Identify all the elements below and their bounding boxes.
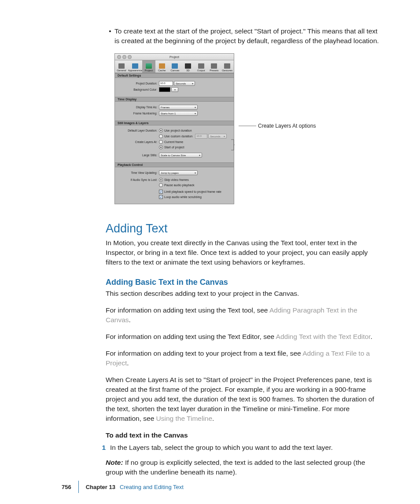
radio-skip-video bbox=[159, 178, 163, 182]
tab-project: Project bbox=[142, 60, 155, 73]
callout-leader-line bbox=[239, 125, 256, 126]
cache-icon bbox=[159, 63, 165, 69]
radio-use-project-duration bbox=[159, 129, 163, 132]
label-bg-color: Background Color: bbox=[118, 88, 159, 91]
bullet-item: • To create text at the start of the pro… bbox=[106, 26, 383, 45]
step-text: In the Layers tab, select the group to w… bbox=[110, 443, 383, 452]
color-swatch bbox=[159, 87, 170, 92]
tab-general: General bbox=[115, 60, 128, 73]
radio-current-frame bbox=[159, 140, 163, 144]
tab-output: Output bbox=[195, 60, 208, 73]
label-use-project: Use project duration bbox=[164, 129, 192, 132]
chapter-title: Creating and Editing Text bbox=[120, 484, 184, 490]
heading-adding-basic-text: Adding Basic Text in the Canvas bbox=[106, 278, 383, 287]
label-large-stills: Large Stills: bbox=[118, 154, 159, 157]
label-display-time: Display Time As: bbox=[118, 106, 159, 109]
section-body: Project Duration: 10.0 Seconds▾ Backgrou… bbox=[115, 78, 234, 97]
label-pause-audio: Pause audio playback bbox=[164, 184, 195, 187]
tab-cache: Cache bbox=[155, 60, 169, 73]
dropdown-duration-unit: Seconds▾ bbox=[174, 81, 195, 86]
window-titlebar: Project bbox=[115, 54, 234, 60]
step-number: 1 bbox=[97, 443, 110, 452]
tab-3d: 3D bbox=[181, 60, 195, 73]
footer-divider bbox=[78, 481, 79, 493]
paragraph-5: When Create Layers At is set to "Start o… bbox=[106, 375, 383, 423]
checkbox-limit-playback: ✓ bbox=[159, 190, 163, 194]
output-icon bbox=[198, 63, 204, 69]
step-1: 1 In the Layers tab, select the group to… bbox=[106, 443, 383, 452]
paragraph-3: For information on adding text using the… bbox=[106, 332, 383, 342]
bullet-text: To create text at the start of the proje… bbox=[114, 26, 383, 45]
note-label: Note: bbox=[106, 459, 123, 466]
task-heading: To add text in the Canvas bbox=[106, 430, 383, 440]
presets-icon bbox=[211, 63, 217, 69]
label-project-duration: Project Duration: bbox=[118, 82, 159, 85]
project-icon bbox=[146, 63, 152, 69]
page-number: 756 bbox=[62, 484, 71, 490]
heading-adding-text: Adding Text bbox=[106, 222, 383, 235]
dropdown-custom-unit: Seconds▾ bbox=[208, 134, 227, 139]
label-loop-audio: Loop audio while scrubbing bbox=[164, 195, 202, 199]
label-default-layer-duration: Default Layer Duration: bbox=[118, 129, 159, 132]
label-skip-video: Skip video frames bbox=[164, 178, 189, 181]
page-footer: 756 Chapter 13 Creating and Editing Text bbox=[62, 481, 394, 493]
label-use-custom: Use custom duration bbox=[164, 135, 192, 138]
appearance-icon bbox=[132, 63, 138, 69]
link-text-editor[interactable]: Adding Text with the Text Editor bbox=[276, 333, 371, 340]
3d-icon bbox=[185, 63, 191, 69]
gear-icon bbox=[118, 63, 125, 69]
section-time-display: Time Display bbox=[115, 97, 234, 102]
note-text: If no group is explicitly selected, the … bbox=[106, 459, 365, 476]
tab-canvas: Canvas bbox=[168, 60, 181, 73]
dropdown-time-view: Jump by pages▾ bbox=[159, 170, 198, 175]
link-using-timeline[interactable]: Using the Timeline bbox=[156, 415, 213, 422]
paragraph-2: For information on adding text using the… bbox=[106, 305, 383, 325]
dropdown-large-stills: Scale to Canvas Size▾ bbox=[159, 153, 202, 158]
input-custom-duration: 10.0 bbox=[195, 134, 207, 139]
tab-presets: Presets bbox=[208, 60, 221, 73]
chapter-label: Chapter 13 bbox=[86, 484, 115, 490]
paragraph-1: This section describes adding text to yo… bbox=[106, 289, 383, 298]
section-playback-control: Playback Control bbox=[115, 162, 234, 167]
label-time-view: Time View Updating: bbox=[118, 171, 159, 174]
preferences-toolbar: General Appearance Project Cache Canvas … bbox=[115, 60, 234, 73]
canvas-icon bbox=[172, 63, 178, 69]
label-limit-playback: Limit playback speed to project frame ra… bbox=[164, 190, 221, 193]
tab-appearance: Appearance bbox=[128, 60, 142, 73]
color-dropdown: ▾ bbox=[171, 87, 178, 92]
section-default-settings: Default Settings bbox=[115, 73, 234, 78]
figure: Project General Appearance Project Cache… bbox=[114, 53, 383, 204]
radio-pause-audio bbox=[159, 183, 163, 187]
callout: Create Layers At options bbox=[239, 123, 316, 129]
checkbox-loop-audio: ✓ bbox=[159, 195, 163, 199]
label-start-of-project: Start of project bbox=[164, 146, 184, 149]
section-still-images: Still Images & Layers bbox=[115, 121, 234, 125]
bullet-marker: • bbox=[106, 26, 114, 45]
label-audio-lost: If Audio Sync is Lost: bbox=[118, 178, 159, 181]
radio-start-of-project bbox=[159, 145, 163, 149]
label-frame-numbering: Frame Numbering: bbox=[118, 112, 159, 115]
note-paragraph: Note: If no group is explicitly selected… bbox=[106, 458, 383, 477]
label-create-layers-at: Create Layers At: bbox=[118, 140, 159, 143]
dropdown-frame-numbering: Starts from 1▾ bbox=[159, 111, 198, 116]
radio-use-custom-duration bbox=[159, 134, 163, 138]
tab-gestures: Gestures bbox=[221, 60, 234, 73]
paragraph-4: For information on adding text to your p… bbox=[106, 349, 383, 368]
gestures-icon bbox=[224, 63, 230, 69]
preferences-window: Project General Appearance Project Cache… bbox=[114, 53, 234, 204]
callout-text: Create Layers At options bbox=[258, 123, 316, 129]
label-current-frame: Current frame bbox=[164, 140, 183, 143]
window-title: Project bbox=[115, 55, 234, 59]
bracket-icon bbox=[231, 139, 235, 151]
dropdown-display-time: Frames▾ bbox=[159, 105, 198, 110]
document-page: • To create text at the start of the pro… bbox=[0, 0, 420, 502]
intro-paragraph: In Motion, you create text directly in t… bbox=[106, 238, 383, 267]
input-project-duration: 10.0 bbox=[159, 81, 173, 86]
